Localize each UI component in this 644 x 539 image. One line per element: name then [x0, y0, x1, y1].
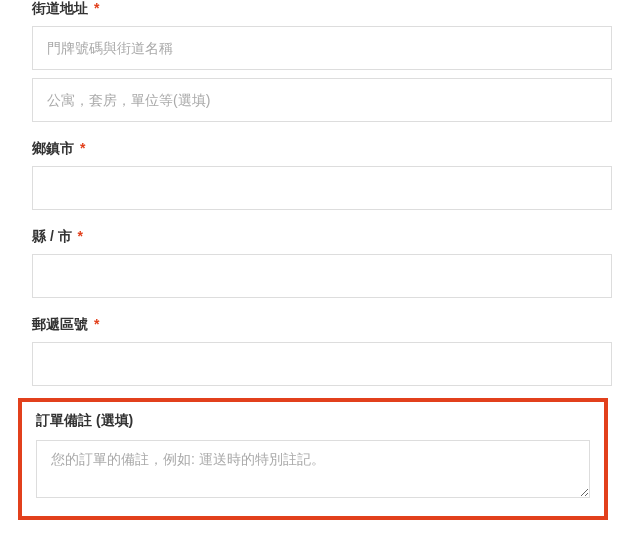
label-text: 訂單備註 (選填) [36, 412, 133, 428]
order-notes-label: 訂單備註 (選填) [36, 412, 590, 430]
city-input[interactable] [32, 166, 612, 210]
county-label: 縣 / 市 * [32, 228, 612, 246]
order-notes-textarea[interactable] [36, 440, 590, 498]
order-notes-highlight: 訂單備註 (選填) [18, 398, 608, 520]
postcode-input[interactable] [32, 342, 612, 386]
county-input[interactable] [32, 254, 612, 298]
street-address-line1-input[interactable] [32, 26, 612, 70]
city-label: 鄉鎮市 * [32, 140, 612, 158]
street-address-line2-input[interactable] [32, 78, 612, 122]
label-text: 郵遞區號 [32, 316, 88, 332]
required-mark: * [94, 316, 99, 332]
county-group: 縣 / 市 * [32, 228, 612, 298]
street-address-label: 街道地址 * [32, 0, 612, 18]
postcode-group: 郵遞區號 * [32, 316, 612, 386]
city-group: 鄉鎮市 * [32, 140, 612, 210]
postcode-label: 郵遞區號 * [32, 316, 612, 334]
required-mark: * [94, 0, 99, 16]
label-text: 街道地址 [32, 0, 88, 16]
label-text: 縣 / 市 [32, 228, 72, 244]
required-mark: * [78, 228, 83, 244]
label-text: 鄉鎮市 [32, 140, 74, 156]
required-mark: * [80, 140, 85, 156]
street-address-group: 街道地址 * [32, 0, 612, 122]
